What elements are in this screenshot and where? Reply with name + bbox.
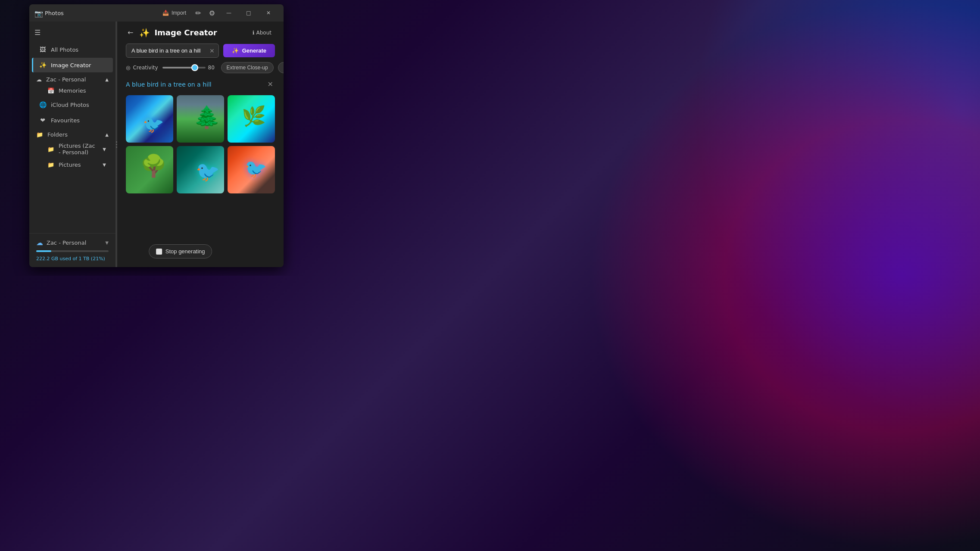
results-query: A blue bird in a tree on a hill xyxy=(126,81,212,88)
generated-image-4[interactable] xyxy=(126,146,173,193)
sidebar-item-icloud[interactable]: 🌐 iCloud Photos xyxy=(32,97,113,112)
storage-cloud-icon: ☁ xyxy=(36,239,43,247)
generated-image-6[interactable] xyxy=(228,146,275,193)
pictures-zac-chevron: ▼ xyxy=(103,147,106,152)
results-area: A blue bird in a tree on a hill ✕ Stop g… xyxy=(117,78,284,267)
storage-chevron: ▼ xyxy=(105,240,109,245)
creativity-slider[interactable] xyxy=(162,67,206,68)
search-clear-button[interactable]: ✕ xyxy=(209,47,215,54)
all-photos-icon: 🖼 xyxy=(39,46,47,53)
icloud-icon: 🌐 xyxy=(39,101,47,109)
controls-row: ◎ Creativity 80 Extreme Close-up Magical xyxy=(126,62,275,73)
folders-icon: 📁 xyxy=(36,131,43,138)
main-content: ← ✨ Image Creator ℹ About ✕ ✨ xyxy=(117,22,284,267)
magical-tag[interactable]: Magical xyxy=(278,62,284,73)
image-creator-icon: ✨ xyxy=(39,61,47,69)
creativity-label: ◎ Creativity xyxy=(126,65,158,71)
maximize-button[interactable]: □ xyxy=(239,4,259,22)
about-button[interactable]: ℹ About xyxy=(249,28,275,37)
slider-wrap: 80 xyxy=(162,65,217,71)
zac-cloud-icon: ☁ xyxy=(36,76,42,83)
storage-bar-background xyxy=(36,250,109,252)
main-window: 📷 Photos 📥 Import ✏️ ⚙️ — □ ✕ ☰ 🖼 All Ph… xyxy=(29,4,284,267)
sidebar-item-image-creator[interactable]: ✨ Image Creator xyxy=(32,58,113,72)
window-title: Photos xyxy=(45,10,157,16)
storage-text: 222.2 GB used of 1 TB (21%) xyxy=(36,256,105,261)
folder-zac-icon: 📁 xyxy=(47,146,54,153)
sidebar: ☰ 🖼 All Photos ✨ Image Creator ☁ Zac - P… xyxy=(29,22,115,267)
back-button[interactable]: ← xyxy=(126,27,135,38)
storage-header[interactable]: ☁ Zac - Personal ▼ xyxy=(36,239,109,247)
sidebar-item-favourites[interactable]: ❤ Favourites xyxy=(32,113,113,128)
sidebar-item-pictures-zac[interactable]: 📁 Pictures (Zac - Personal) ▼ xyxy=(32,140,113,158)
results-close-button[interactable]: ✕ xyxy=(266,78,275,90)
sidebar-item-memories[interactable]: 📅 Memories xyxy=(32,85,113,97)
zac-chevron: ▲ xyxy=(105,77,109,82)
main-title-icon: ✨ xyxy=(139,28,150,38)
hamburger-menu[interactable]: ☰ xyxy=(29,25,47,40)
generate-icon: ✨ xyxy=(232,47,239,54)
generated-image-2[interactable] xyxy=(177,95,224,143)
sidebar-section-folders[interactable]: 📁 Folders ▲ xyxy=(29,128,115,140)
generated-image-1[interactable] xyxy=(126,95,173,143)
app-icon: 📷 xyxy=(34,9,41,16)
titlebar: 📷 Photos 📥 Import ✏️ ⚙️ — □ ✕ xyxy=(29,4,284,22)
creativity-circle-icon: ◎ xyxy=(126,65,130,71)
search-input-wrap: ✕ xyxy=(126,44,219,58)
generated-image-5[interactable] xyxy=(177,146,224,193)
sidebar-item-pictures[interactable]: 📁 Pictures ▼ xyxy=(32,159,113,171)
pen-button[interactable]: ✏️ xyxy=(191,6,205,20)
zac-personal-header: ☁ Zac - Personal ▲ xyxy=(36,76,109,83)
generate-button[interactable]: ✨ Generate xyxy=(223,44,275,57)
main-header: ← ✨ Image Creator ℹ About xyxy=(117,22,284,44)
app-body: ☰ 🖼 All Photos ✨ Image Creator ☁ Zac - P… xyxy=(29,22,284,267)
pictures-chevron: ▼ xyxy=(103,162,106,167)
slider-value: 80 xyxy=(208,65,217,71)
sidebar-storage: ☁ Zac - Personal ▼ 222.2 GB used of 1 TB… xyxy=(29,233,115,267)
folders-header: 📁 Folders ▲ xyxy=(36,131,109,138)
memories-icon: 📅 xyxy=(47,87,54,94)
import-icon: 📥 xyxy=(162,10,169,16)
settings-button[interactable]: ⚙️ xyxy=(205,6,219,20)
extreme-closeup-tag[interactable]: Extreme Close-up xyxy=(221,62,274,73)
back-icon: ← xyxy=(128,28,133,37)
sidebar-item-all-photos[interactable]: 🖼 All Photos xyxy=(32,42,113,57)
search-row: ✕ ✨ Generate xyxy=(126,44,275,58)
storage-bar-fill xyxy=(36,250,51,252)
page-title: Image Creator xyxy=(154,28,217,37)
results-header: A blue bird in a tree on a hill ✕ xyxy=(126,78,275,90)
search-area: ✕ ✨ Generate ◎ Creativity 80 xyxy=(117,44,284,78)
generated-image-3[interactable] xyxy=(228,95,275,143)
close-button[interactable]: ✕ xyxy=(259,4,278,22)
minimize-button[interactable]: — xyxy=(219,4,239,22)
import-button[interactable]: 📥 Import xyxy=(157,8,191,18)
sidebar-section-zac[interactable]: ☁ Zac - Personal ▲ xyxy=(29,73,115,84)
stop-icon xyxy=(156,249,162,255)
stop-generating-button[interactable]: Stop generating xyxy=(149,244,212,258)
favourites-icon: ❤ xyxy=(39,116,47,124)
about-icon: ℹ xyxy=(253,30,255,36)
folder-pictures-icon: 📁 xyxy=(47,162,54,168)
stop-generating-container: Stop generating xyxy=(149,244,212,258)
images-grid xyxy=(126,95,275,193)
search-input[interactable] xyxy=(126,44,219,58)
folders-chevron: ▲ xyxy=(105,132,109,137)
